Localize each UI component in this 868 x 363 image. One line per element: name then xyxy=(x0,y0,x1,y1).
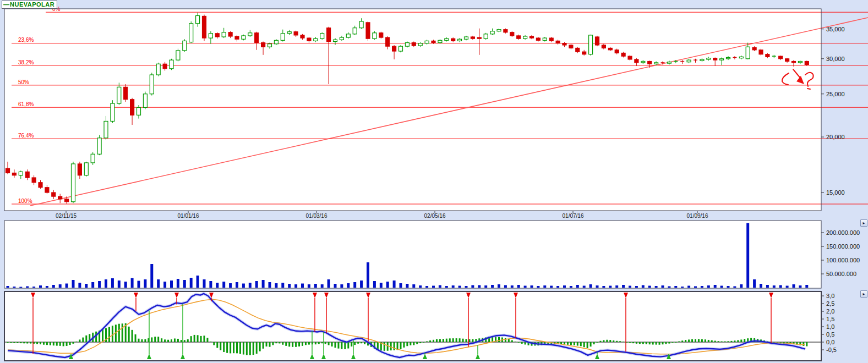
fib-level-label: 100% xyxy=(18,198,32,204)
x-axis-date-label: 01/07/16 xyxy=(563,213,584,219)
price-y-axis: 35,00030,00025,00020,00015,000 xyxy=(821,26,845,196)
axis-tick-label: 1,0 xyxy=(826,323,834,330)
fib-level-label: 38,2% xyxy=(18,59,34,65)
x-axis-date-label: 01/01/16 xyxy=(178,213,199,219)
axis-tick-label: 1,5 xyxy=(826,316,834,322)
axis-tick-label: 100.000.000 xyxy=(826,257,860,263)
chart-canvas[interactable]: 0%23,6%38,2%50%61,8%76,4%100%35,00030,00… xyxy=(0,0,868,363)
axis-tick-label: 50.000.000 xyxy=(826,271,856,277)
macd-panel-expand-button[interactable]: ▸ xyxy=(860,290,867,298)
x-axis-date-label: 02/11/15 xyxy=(56,213,77,219)
axis-tick-label: -0,5 xyxy=(826,346,837,353)
macd-y-axis: 3,02,52,01,51,00,50,0-0,5 xyxy=(821,293,837,353)
fib-level-label: 76,4% xyxy=(18,133,34,139)
axis-tick-label: 25,000 xyxy=(826,91,845,97)
axis-tick-label: 150.000.000 xyxy=(826,243,860,250)
axis-tick-label: 3,0 xyxy=(826,293,834,299)
axis-tick-label: 0,5 xyxy=(826,331,834,338)
fib-level-label: 61,8% xyxy=(18,101,34,107)
axis-tick-label: 200.000.000 xyxy=(826,229,860,236)
axis-tick-label: 2,0 xyxy=(826,308,834,315)
x-axis-date-label: 01/09/16 xyxy=(687,213,708,219)
volume-y-axis: 200.000.000150.000.000100.000.00050.000.… xyxy=(821,229,860,277)
series-line-sample-icon: — xyxy=(3,2,9,8)
fib-level-label: 23,6% xyxy=(18,37,34,43)
axis-tick-label: 30,000 xyxy=(826,56,845,62)
axis-tick-label: 2,5 xyxy=(826,300,834,307)
panel-background xyxy=(4,9,821,211)
date-axis-ticks xyxy=(66,211,697,213)
volume-panel-expand-button[interactable]: ▸ xyxy=(860,219,867,227)
axis-tick-label: 0,0 xyxy=(826,339,834,345)
series-legend[interactable]: — NUEVAPOLAR xyxy=(2,1,57,9)
axis-tick-label: 35,000 xyxy=(826,26,845,32)
x-axis-date-label: 01/03/16 xyxy=(306,213,327,219)
fib-level-label: 50% xyxy=(18,79,29,85)
x-axis-date-label: 02/05/16 xyxy=(424,213,446,219)
axis-tick-label: 20,000 xyxy=(826,134,845,140)
series-symbol-label: NUEVAPOLAR xyxy=(10,2,54,8)
axis-tick-label: 15,000 xyxy=(826,189,845,196)
panel-background xyxy=(4,221,821,288)
trading-chart-window: 0%23,6%38,2%50%61,8%76,4%100%35,00030,00… xyxy=(0,0,868,363)
